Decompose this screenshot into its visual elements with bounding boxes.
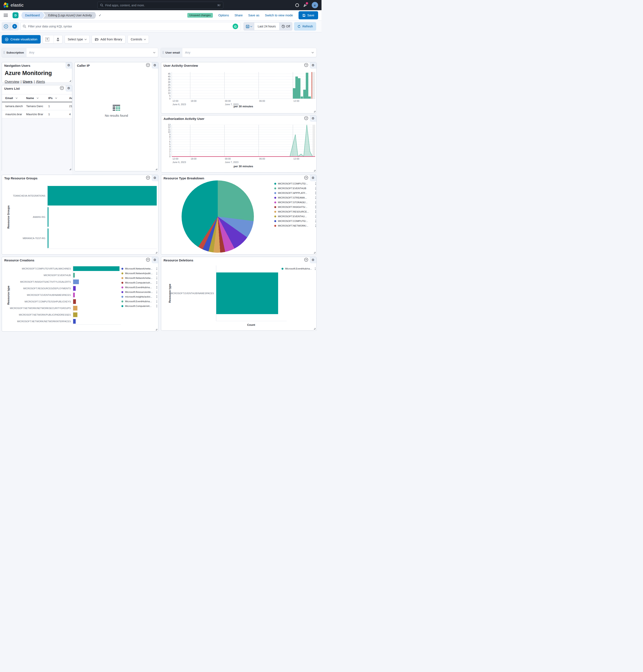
global-search-input[interactable]: Find apps, content, and more. ⌘/ [97,2,223,9]
user-avatar[interactable]: e [312,2,318,8]
refresh-button[interactable]: Refresh [294,22,316,30]
gear-icon[interactable]: ⚙ [310,115,316,122]
gear-icon[interactable]: ⚙ [151,257,158,263]
legend-more-icon[interactable] [157,267,157,270]
resource-deletions-chart[interactable]: MICROSOFT.EVENTHUB/NAMESPACES [161,265,287,321]
legend-label[interactable]: Microsoft.Network/publi... [125,272,153,275]
legend-label[interactable]: Microsoft.EventHub/na... [125,300,152,303]
gear-icon[interactable]: ⚙ [310,175,316,181]
legend-label[interactable]: Microsoft.EventHub/na... [285,267,312,270]
add-text-button[interactable]: T [43,35,52,43]
breadcrumb-dashboard[interactable]: Dashboard [21,12,45,19]
panel-title[interactable]: Top Resource Groups [4,176,37,180]
legend-label[interactable]: MICROSOFT.APPPLATF... [278,192,307,194]
legend-label[interactable]: Microsoft.Compute/virt... [125,305,151,307]
legend-more-icon[interactable] [315,182,316,185]
resize-handle[interactable] [156,329,157,330]
resize-handle[interactable] [70,80,71,82]
legend-more-icon[interactable] [315,192,316,194]
save-button[interactable]: Save [299,11,318,19]
panel-filter-icon[interactable] [304,258,308,263]
help-icon[interactable] [295,3,299,7]
add-annotation-button[interactable] [53,35,62,43]
legend-more-icon[interactable] [315,187,316,189]
legend-more-icon[interactable] [315,267,316,270]
legend-more-icon[interactable] [157,305,157,307]
panel-title[interactable]: Caller IP [77,64,90,67]
legend-label[interactable]: Microsoft.Compute/ssh... [125,282,152,284]
resource-type-pie[interactable] [182,181,254,253]
auto-refresh-button[interactable]: Off [279,22,292,30]
resize-handle[interactable] [70,169,71,170]
panel-filter-icon[interactable] [304,63,308,68]
share-button[interactable]: Share [234,14,243,17]
legend-label[interactable]: Microsoft.Resources/de... [125,291,153,293]
date-quick-select-button[interactable] [244,22,254,30]
legend-label[interactable]: Microsoft.EventHub/na... [125,286,152,289]
gear-icon[interactable]: ⚙ [310,62,316,69]
column-header-ips[interactable]: IPs [48,97,52,100]
authorization-activity-chart[interactable]: 01234567891011121312:00June 6, 202318:00… [172,125,315,157]
legend-more-icon[interactable] [157,272,157,275]
time-range-button[interactable]: Last 24 hours [254,22,279,30]
resize-handle[interactable] [314,111,315,112]
top-resource-groups-chart[interactable]: TDANCHEVA-INTEGRATIONSAMANV-RGMBRANCA-TE… [2,185,157,249]
legend-label[interactable]: MICROSOFT.STORAGE/... [278,201,308,203]
subscription-control[interactable]: Subscription Any [2,48,158,57]
resize-handle[interactable] [156,252,157,253]
legend-label[interactable]: MICROSOFT.INSIGHTS/... [278,206,307,208]
save-as-button[interactable]: Save as [248,14,259,17]
table-row[interactable]: maurizio.brarMaurizio Brar14 [2,110,72,119]
legend-label[interactable]: MICROSOFT.COMPUTE/... [278,182,308,185]
table-row[interactable]: tamara.danchTamara Danc121 [2,102,72,110]
resize-handle[interactable] [156,169,157,170]
sort-chevron-icon[interactable] [37,97,38,99]
legend-more-icon[interactable] [315,220,316,222]
legend-more-icon[interactable] [315,206,316,208]
create-visualization-button[interactable]: Create visualization [2,35,40,43]
legend-more-icon[interactable] [315,210,316,213]
legend-label[interactable]: MICROSOFT.RESOURCE... [278,210,309,213]
switch-to-view-mode-button[interactable]: Switch to view mode [265,14,293,17]
gear-icon[interactable]: ⚙ [65,85,72,91]
column-header-email[interactable]: Email [5,97,13,100]
legend-label[interactable]: MICROSOFT.STREAMA... [278,196,307,199]
resize-handle[interactable] [314,252,315,253]
legend-more-icon[interactable] [315,215,316,217]
legend-label[interactable]: Microsoft.Network/netw... [125,267,152,270]
drag-handle-icon[interactable] [4,51,5,54]
resize-handle[interactable] [314,170,315,171]
elastic-logo[interactable]: elastic [3,2,24,8]
nav-link-alerts[interactable]: Alerts [36,80,45,84]
legend-more-icon[interactable] [157,295,157,298]
legend-label[interactable]: MICROSOFT.NETWORK/... [278,224,308,227]
sort-chevron-icon[interactable] [55,97,57,99]
legend-more-icon[interactable] [315,224,316,227]
nav-link-overview[interactable]: Overview [5,80,19,84]
add-from-library-button[interactable]: Add from library [92,35,125,43]
panel-title[interactable]: Resource Deletions [163,259,193,262]
resource-creations-chart[interactable]: MICROSOFT.COMPUTE/VIRTUALMACHINESMICROSO… [2,265,121,324]
column-header-ac[interactable]: Ac [69,97,72,100]
legend-more-icon[interactable] [157,291,157,293]
panel-title[interactable]: Resource Type Breakdown [163,176,204,180]
controls-button[interactable]: Controls [128,35,149,43]
column-header-name[interactable]: Name [26,97,34,100]
legend-label[interactable]: microsoft.insights/activi... [125,295,152,298]
panel-title[interactable]: Navigation Users [4,64,31,67]
legend-label[interactable]: MICROSOFT.EVENTHUB [278,187,306,189]
sort-chevron-icon[interactable] [16,97,17,99]
gear-icon[interactable]: ⚙ [151,62,158,69]
legend-more-icon[interactable] [157,282,157,284]
add-filter-button[interactable]: + [10,22,19,30]
panel-filter-icon[interactable] [304,176,308,181]
legend-more-icon[interactable] [315,196,316,199]
panel-title[interactable]: Authorization Activity User [163,117,204,121]
legend-label[interactable]: Microsoft.Network/netw... [125,277,152,279]
panel-title[interactable]: Users List [4,87,20,90]
panel-filter-icon[interactable] [146,258,150,263]
legend-more-icon[interactable] [157,286,157,289]
legend-more-icon[interactable] [315,201,316,203]
panel-title[interactable]: User Activity Overview [163,64,198,67]
menu-icon[interactable] [4,13,8,18]
